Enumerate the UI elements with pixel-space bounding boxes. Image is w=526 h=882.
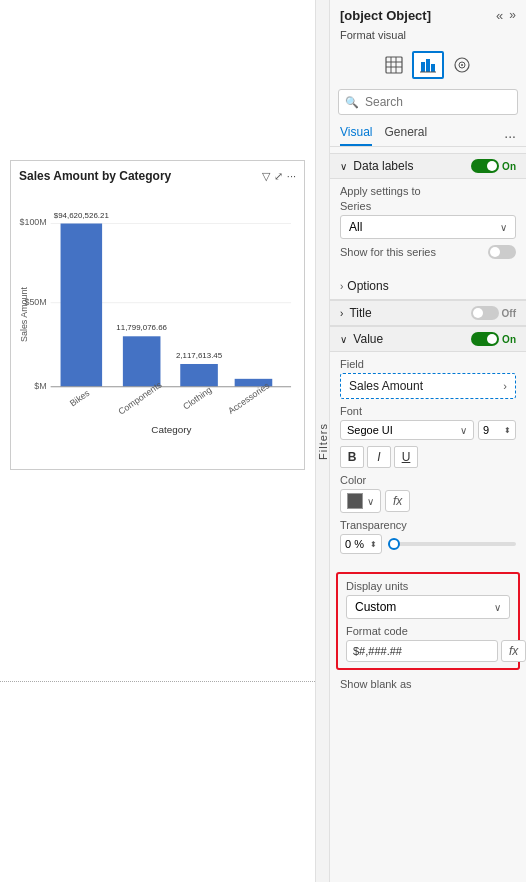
color-dropdown-arrow: ∨ — [367, 496, 374, 507]
expand-panel-icon[interactable]: » — [509, 8, 516, 23]
display-units-section: Display units Custom ∨ Format code fx — [336, 572, 520, 670]
format-code-fx-button[interactable]: fx — [501, 640, 526, 662]
transparency-label: Transparency — [340, 519, 516, 531]
show-for-series-row: Show for this series — [340, 245, 516, 259]
tab-general[interactable]: General — [384, 121, 427, 146]
title-section-header[interactable]: › Title Off — [330, 300, 526, 326]
show-for-series-knob — [490, 247, 500, 257]
value-section-header[interactable]: ∨ Value On — [330, 326, 526, 352]
text-format-row: B I U — [340, 446, 516, 468]
filters-sidebar[interactable]: Filters — [315, 0, 329, 882]
font-family-value: Segoe UI — [347, 424, 393, 436]
tab-more-options[interactable]: ... — [504, 121, 516, 146]
data-labels-toggle-knob — [487, 161, 497, 171]
svg-text:Sales Amount: Sales Amount — [19, 287, 29, 342]
italic-button[interactable]: I — [367, 446, 391, 468]
options-section[interactable]: › Options — [330, 273, 526, 300]
format-code-label: Format code — [346, 625, 510, 637]
color-swatch-wrap[interactable]: ∨ — [340, 489, 381, 513]
data-labels-toggle-wrap[interactable]: On — [471, 159, 516, 173]
chart-svg: $100M $50M $M Sales Amount $94,620,526.2… — [19, 187, 296, 447]
viz-header-icons: « » — [496, 8, 516, 23]
series-label: Series — [340, 200, 516, 212]
data-labels-toggle[interactable] — [471, 159, 499, 173]
title-toggle-wrap[interactable]: Off — [471, 306, 516, 320]
svg-text:Category: Category — [151, 424, 191, 435]
title-toggle[interactable] — [471, 306, 499, 320]
chart-title: Sales Amount by Category — [19, 169, 171, 183]
collapse-panel-icon[interactable]: « — [496, 8, 503, 23]
data-labels-toggle-label: On — [502, 161, 516, 172]
format-code-input[interactable] — [346, 640, 498, 662]
dotted-separator — [0, 681, 315, 682]
font-size-box[interactable]: 9 ⬍ — [478, 420, 516, 440]
apply-settings-section: Apply settings to Series All ∨ Show for … — [330, 179, 526, 273]
title-section-label: › Title — [340, 306, 372, 320]
color-swatch — [347, 493, 363, 509]
more-options-icon[interactable]: ··· — [287, 170, 296, 183]
chart-panel: Sales Amount by Category ▽ ⤢ ··· $100M $… — [0, 0, 330, 882]
svg-rect-7 — [61, 224, 103, 387]
svg-rect-26 — [426, 59, 430, 72]
field-box[interactable]: Sales Amount › — [340, 373, 516, 399]
series-dropdown[interactable]: All ∨ — [340, 215, 516, 239]
font-family-arrow: ∨ — [460, 425, 467, 436]
show-blank-as-label: Show blank as — [340, 678, 516, 690]
options-label: Options — [347, 279, 388, 293]
search-bar: 🔍 — [338, 89, 518, 115]
table-icon-btn[interactable] — [378, 51, 410, 79]
options-chevron: › — [340, 281, 343, 292]
search-icon: 🔍 — [345, 96, 359, 109]
display-units-label: Display units — [346, 580, 510, 592]
filter-icon[interactable]: ▽ — [262, 170, 270, 183]
svg-text:$M: $M — [34, 381, 46, 391]
svg-text:Bikes: Bikes — [68, 387, 92, 408]
field-box-arrow: › — [503, 380, 507, 392]
show-for-series-toggle[interactable] — [488, 245, 516, 259]
svg-rect-9 — [123, 336, 161, 386]
chart-title-row: Sales Amount by Category ▽ ⤢ ··· — [19, 169, 296, 183]
transparency-input[interactable]: 0 % ⬍ — [340, 534, 382, 554]
transparency-slider-track[interactable] — [388, 542, 516, 546]
show-blank-as-row: Show blank as — [330, 674, 526, 694]
field-label: Field — [340, 358, 516, 370]
transparency-input-row: 0 % ⬍ — [340, 534, 516, 554]
tab-visual[interactable]: Visual — [340, 121, 372, 146]
color-fx-button[interactable]: fx — [385, 490, 410, 512]
format-code-row: fx — [346, 640, 510, 662]
visualizations-panel: [object Object] « » Format visual — [330, 0, 526, 882]
svg-text:Clothing: Clothing — [181, 385, 214, 412]
analytics-icon-btn[interactable] — [446, 51, 478, 79]
svg-text:$100M: $100M — [20, 217, 47, 227]
tab-row: Visual General ... — [330, 121, 526, 147]
value-section-content: Field Sales Amount › Font Segoe UI ∨ 9 ⬍… — [330, 352, 526, 568]
font-family-dropdown[interactable]: Segoe UI ∨ — [340, 420, 474, 440]
bar-chart-icon-btn[interactable] — [412, 51, 444, 79]
show-for-series-label: Show for this series — [340, 246, 436, 258]
filters-label: Filters — [317, 423, 329, 460]
svg-text:2,117,613.45: 2,117,613.45 — [176, 351, 223, 360]
series-dropdown-arrow: ∨ — [500, 222, 507, 233]
expand-icon[interactable]: ⤢ — [274, 170, 283, 183]
viz-panel-title: [object Object] — [340, 8, 431, 23]
search-input[interactable] — [338, 89, 518, 115]
display-units-dropdown[interactable]: Custom ∨ — [346, 595, 510, 619]
color-row: ∨ fx — [340, 489, 516, 513]
bold-button[interactable]: B — [340, 446, 364, 468]
svg-text:$94,620,526.21: $94,620,526.21 — [54, 211, 110, 220]
svg-rect-25 — [421, 62, 425, 72]
underline-button[interactable]: U — [394, 446, 418, 468]
viz-header: [object Object] « » — [330, 0, 526, 27]
apply-settings-label: Apply settings to — [340, 185, 516, 197]
value-toggle-wrap[interactable]: On — [471, 332, 516, 346]
svg-text:11,799,076.66: 11,799,076.66 — [116, 323, 167, 332]
data-labels-section-header[interactable]: ∨ Data labels On — [330, 153, 526, 179]
font-row: Segoe UI ∨ 9 ⬍ — [340, 420, 516, 440]
field-box-value: Sales Amount — [349, 379, 423, 393]
font-size-value: 9 — [483, 424, 489, 436]
svg-point-31 — [461, 64, 463, 66]
chart-container: Sales Amount by Category ▽ ⤢ ··· $100M $… — [10, 160, 305, 470]
svg-rect-27 — [431, 64, 435, 72]
data-labels-label: ∨ Data labels — [340, 159, 413, 173]
value-toggle[interactable] — [471, 332, 499, 346]
